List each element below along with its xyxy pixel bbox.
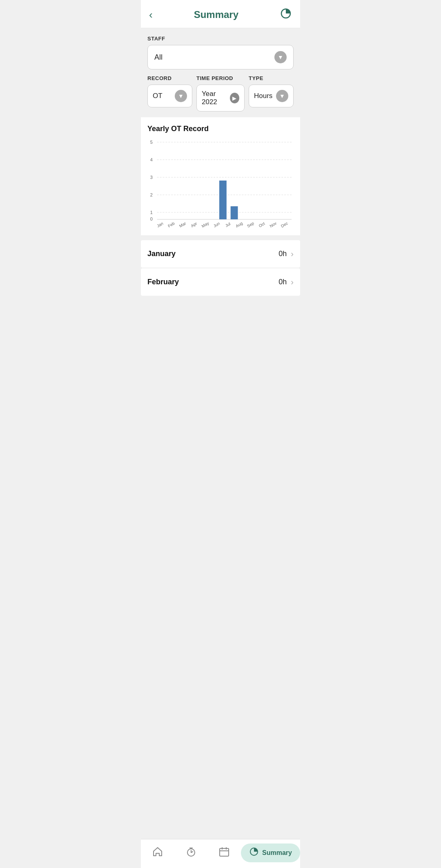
chart-icon[interactable]	[280, 7, 292, 22]
record-dropdown-icon: ▼	[175, 90, 187, 102]
filters-section: STAFF All ▼ RECORD OT ▼ TIME PERIOD Year…	[141, 28, 300, 117]
home-icon	[152, 846, 163, 860]
svg-text:2: 2	[150, 192, 153, 197]
bar-jul	[231, 206, 238, 219]
svg-text:4: 4	[150, 157, 153, 162]
svg-text:Oct: Oct	[258, 221, 266, 228]
chart-svg: 5 4 3 2 1 0	[144, 139, 294, 229]
period-select[interactable]: Year 2022 ▶	[196, 85, 245, 112]
svg-text:5: 5	[150, 140, 153, 145]
chevron-right-icon: ›	[291, 277, 294, 287]
month-item-january[interactable]: January 0h ›	[141, 240, 300, 268]
svg-text:3: 3	[150, 175, 153, 180]
staff-label: STAFF	[147, 36, 294, 42]
svg-text:Jul: Jul	[225, 221, 231, 228]
nav-item-calendar[interactable]	[207, 846, 241, 860]
svg-text:Mar: Mar	[178, 221, 187, 229]
row-filters: RECORD OT ▼ TIME PERIOD Year 2022 ▶ TYPE…	[147, 75, 294, 112]
month-name: January	[147, 250, 176, 258]
svg-text:Nov: Nov	[269, 221, 277, 228]
type-dropdown-icon: ▼	[276, 90, 288, 102]
record-label: RECORD	[147, 75, 192, 81]
month-value-row: 0h ›	[278, 249, 294, 259]
chart-section: Yearly OT Record 5 4 3 2 1 0	[141, 117, 300, 235]
record-filter-group: RECORD OT ▼	[147, 75, 192, 112]
svg-rect-26	[220, 848, 229, 856]
period-nav-icon: ▶	[230, 93, 239, 103]
chevron-right-icon: ›	[291, 249, 294, 259]
month-name: February	[147, 278, 179, 286]
nav-item-timer[interactable]	[174, 846, 208, 860]
svg-text:Jun: Jun	[213, 221, 220, 228]
svg-text:May: May	[201, 221, 210, 228]
svg-text:Apr: Apr	[190, 221, 198, 228]
summary-nav-label: Summary	[262, 849, 292, 857]
month-item-february[interactable]: February 0h ›	[141, 268, 300, 296]
month-value-row: 0h ›	[278, 277, 294, 287]
period-filter-group: TIME PERIOD Year 2022 ▶	[196, 75, 245, 112]
month-value: 0h	[278, 278, 287, 286]
svg-text:Feb: Feb	[167, 221, 176, 228]
type-filter-group: TYPE Hours ▼	[249, 75, 294, 112]
svg-text:Jan: Jan	[156, 221, 164, 228]
svg-text:1: 1	[150, 210, 153, 215]
svg-text:0: 0	[150, 216, 153, 221]
header: ‹ Summary	[141, 0, 300, 28]
svg-text:Dec: Dec	[280, 221, 289, 228]
back-button[interactable]: ‹	[149, 9, 153, 20]
svg-text:Aug: Aug	[235, 221, 243, 228]
nav-item-home[interactable]	[141, 846, 174, 860]
staff-value: All	[154, 53, 163, 62]
type-select[interactable]: Hours ▼	[249, 85, 294, 107]
record-select[interactable]: OT ▼	[147, 85, 192, 107]
bar-jun	[219, 181, 227, 219]
nav-item-summary[interactable]: Summary	[241, 843, 300, 862]
period-label: TIME PERIOD	[196, 75, 245, 81]
main-content: STAFF All ▼ RECORD OT ▼ TIME PERIOD Year…	[141, 28, 300, 868]
svg-text:Sep: Sep	[246, 221, 255, 228]
staff-select[interactable]: All ▼	[147, 45, 294, 69]
bottom-nav: Summary	[141, 839, 300, 868]
chart-container: 5 4 3 2 1 0	[144, 139, 294, 229]
month-value: 0h	[278, 250, 287, 258]
month-list: January 0h › February 0h ›	[141, 240, 300, 296]
timer-icon	[185, 846, 197, 860]
staff-dropdown-icon: ▼	[274, 51, 287, 63]
chart-title: Yearly OT Record	[144, 125, 294, 133]
period-value: Year 2022	[202, 90, 230, 106]
record-value: OT	[153, 92, 163, 100]
type-value: Hours	[254, 92, 272, 100]
summary-chart-icon	[249, 847, 259, 859]
type-label: TYPE	[249, 75, 294, 81]
page-title: Summary	[194, 9, 238, 20]
calendar-icon	[218, 846, 230, 860]
